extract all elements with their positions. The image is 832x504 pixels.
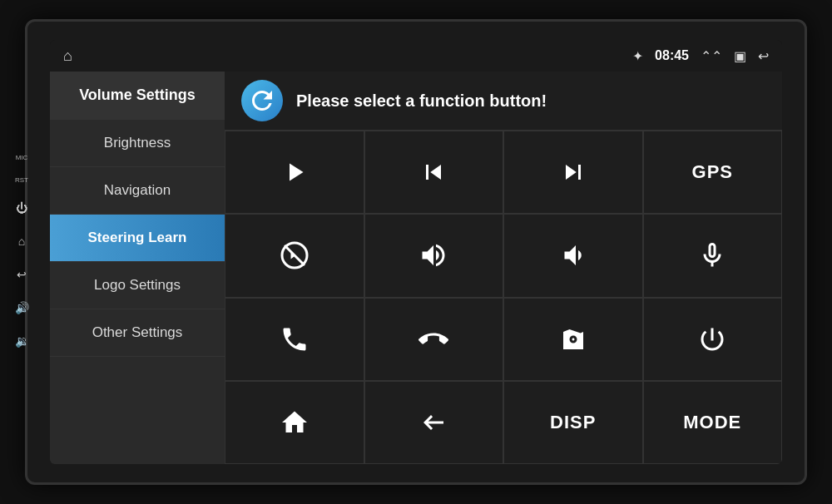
vol-down-button[interactable] <box>503 214 643 297</box>
home-side-button[interactable]: ⌂ <box>12 232 31 250</box>
gps-button[interactable]: GPS <box>643 131 783 214</box>
button-grid: GPS <box>225 131 782 464</box>
back-side-button[interactable]: ↩ <box>12 265 31 284</box>
menu-item-volume[interactable]: Volume Settings <box>50 72 225 120</box>
next-track-button[interactable] <box>503 131 643 214</box>
screen: ⌂ ✦ 08:45 ⌃⌃ ▣ ↩ Volume Settings Brightn… <box>50 40 782 464</box>
play-button[interactable] <box>225 131 364 214</box>
rst-label: RST <box>15 176 28 184</box>
menu-item-other-settings[interactable]: Other Settings <box>50 309 225 357</box>
status-bar: ⌂ ✦ 08:45 ⌃⌃ ▣ ↩ <box>50 40 782 72</box>
mic-button[interactable] <box>643 214 783 297</box>
phone-button[interactable] <box>225 298 364 381</box>
power-button[interactable] <box>643 298 783 381</box>
vol-down-side-button[interactable]: 🔉 <box>12 332 31 350</box>
menu-item-navigation[interactable]: Navigation <box>50 167 225 215</box>
car-stereo-unit: MIC RST ⏻ ⌂ ↩ 🔊 🔉 ⌂ ✦ 08:45 ⌃⌃ ▣ ↩ Volu <box>25 19 807 485</box>
mic-label: MIC <box>16 154 28 161</box>
vol-up-side-button[interactable]: 🔊 <box>12 299 31 317</box>
menu-item-logo-settings[interactable]: Logo Settings <box>50 262 225 309</box>
panel-header: Please select a function button! <box>225 72 782 131</box>
return-button[interactable] <box>364 381 504 464</box>
hang-up-button[interactable] <box>364 298 504 381</box>
refresh-button[interactable] <box>241 80 283 121</box>
menu-item-brightness[interactable]: Brightness <box>50 120 225 167</box>
bluetooth-icon: ✦ <box>632 48 643 64</box>
home-button[interactable] <box>225 381 364 464</box>
mode-button[interactable]: MODE <box>643 381 783 464</box>
window-icon[interactable]: ▣ <box>734 48 746 64</box>
refresh-icon <box>247 86 277 116</box>
home-status-icon[interactable]: ⌂ <box>63 47 72 65</box>
back-nav-icon[interactable]: ↩ <box>758 48 769 64</box>
main-content: Volume Settings Brightness Navigation St… <box>50 72 782 464</box>
power-side-button[interactable]: ⏻ <box>12 199 31 217</box>
vol-up-button[interactable] <box>364 214 504 297</box>
left-menu: Volume Settings Brightness Navigation St… <box>50 72 225 464</box>
right-panel: Please select a function button! <box>225 72 782 464</box>
panel-title: Please select a function button! <box>296 91 547 111</box>
disp-button[interactable]: DISP <box>503 381 643 464</box>
menu-item-steering-learn[interactable]: Steering Learn <box>50 215 225 262</box>
status-time: 08:45 <box>655 48 689 63</box>
prev-track-button[interactable] <box>364 131 504 214</box>
radio-button[interactable] <box>503 298 643 381</box>
side-controls: MIC RST ⏻ ⌂ ↩ 🔊 🔉 <box>12 154 31 350</box>
expand-icon[interactable]: ⌃⌃ <box>701 48 722 64</box>
mute-button[interactable] <box>225 214 364 297</box>
